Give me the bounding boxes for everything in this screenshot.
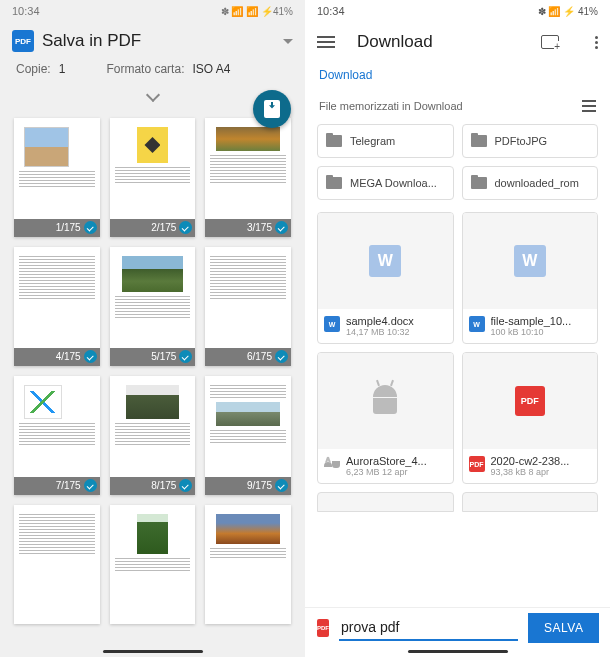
filename-bar: PDF SALVA — [305, 607, 610, 647]
apk-icon — [369, 385, 401, 417]
page-thumb-10[interactable] — [14, 505, 100, 624]
status-bar: 10:34 ✽ 📶 ⚡ 41% — [305, 0, 610, 22]
word-icon: W — [514, 245, 546, 277]
page-thumb-3[interactable]: 3/175 — [205, 118, 291, 237]
folder-icon — [471, 135, 487, 147]
more-icon[interactable] — [595, 36, 598, 49]
home-indicator[interactable] — [408, 650, 508, 653]
check-icon[interactable] — [84, 221, 97, 234]
check-icon[interactable] — [179, 350, 192, 363]
pdf-icon: PDF — [515, 386, 545, 416]
paper-value[interactable]: ISO A4 — [192, 62, 230, 76]
file-picker-screen: 10:34 ✽ 📶 ⚡ 41% Download Download File m… — [305, 0, 610, 657]
check-icon[interactable] — [179, 479, 192, 492]
check-icon[interactable] — [84, 350, 97, 363]
file-item[interactable]: PDF PDF2020-cw2-238...93,38 kB 8 apr — [462, 352, 599, 484]
section-header: File memorizzati in Download — [305, 92, 610, 120]
save-button[interactable]: SALVA — [528, 613, 599, 643]
pdf-type-icon: PDF — [317, 619, 329, 637]
dropdown-icon — [283, 39, 293, 44]
nav-bar — [305, 647, 610, 657]
file-item-partial[interactable] — [317, 492, 454, 512]
status-bar: 10:34 ✽ 📶 📶 ⚡41% — [0, 0, 305, 22]
section-label: File memorizzati in Download — [319, 100, 463, 112]
folder-item[interactable]: MEGA Downloa... — [317, 166, 454, 200]
printer-select: Salva in PDF — [42, 31, 283, 51]
page-thumb-4[interactable]: 4/175 — [14, 247, 100, 366]
file-item[interactable]: AuroraStore_4...6,23 MB 12 apr — [317, 352, 454, 484]
new-folder-icon[interactable] — [541, 35, 559, 49]
check-icon[interactable] — [275, 479, 288, 492]
apk-badge-icon — [324, 456, 340, 472]
page-thumb-9[interactable]: 9/175 — [205, 376, 291, 495]
file-picker-header: Download — [305, 22, 610, 62]
page-thumb-8[interactable]: 8/175 — [110, 376, 196, 495]
folder-item[interactable]: PDFtoJPG — [462, 124, 599, 158]
page-thumb-5[interactable]: 5/175 — [110, 247, 196, 366]
status-time: 10:34 — [317, 5, 345, 17]
file-item[interactable]: W Wsample4.docx14,17 MB 10:32 — [317, 212, 454, 344]
copies-value[interactable]: 1 — [59, 62, 66, 76]
status-icons: ✽ 📶 📶 ⚡41% — [221, 6, 293, 17]
folder-item[interactable]: Telegram — [317, 124, 454, 158]
file-grid: W Wsample4.docx14,17 MB 10:32 W Wfile-sa… — [305, 204, 610, 520]
print-preview-screen: 10:34 ✽ 📶 📶 ⚡41% PDF Salva in PDF Copie:… — [0, 0, 305, 657]
copies-label: Copie: — [16, 62, 51, 76]
print-header[interactable]: PDF Salva in PDF — [0, 22, 305, 58]
page-thumbnails: 1/175 2/175 3/175 4/175 5/175 6/175 7/17… — [0, 110, 305, 632]
page-thumb-11[interactable] — [110, 505, 196, 624]
picker-title: Download — [357, 32, 519, 52]
page-thumb-6[interactable]: 6/175 — [205, 247, 291, 366]
folder-icon — [471, 177, 487, 189]
word-badge-icon: W — [324, 316, 340, 332]
page-thumb-1[interactable]: 1/175 — [14, 118, 100, 237]
menu-icon[interactable] — [317, 36, 335, 48]
file-item[interactable]: W Wfile-sample_10...100 kB 10:10 — [462, 212, 599, 344]
page-thumb-12[interactable] — [205, 505, 291, 624]
breadcrumb[interactable]: Download — [305, 62, 610, 92]
download-pdf-icon — [264, 100, 280, 118]
word-icon: W — [369, 245, 401, 277]
check-icon[interactable] — [275, 350, 288, 363]
folder-icon — [326, 135, 342, 147]
page-thumb-2[interactable]: 2/175 — [110, 118, 196, 237]
check-icon[interactable] — [84, 479, 97, 492]
folder-grid: Telegram PDFtoJPG MEGA Downloa... downlo… — [305, 120, 610, 204]
pdf-badge-icon: PDF — [469, 456, 485, 472]
print-settings: Copie: 1 Formato carta: ISO A4 — [0, 58, 305, 84]
check-icon[interactable] — [179, 221, 192, 234]
check-icon[interactable] — [275, 221, 288, 234]
home-indicator[interactable] — [103, 650, 203, 653]
folder-item[interactable]: downloaded_rom — [462, 166, 599, 200]
status-icons: ✽ 📶 ⚡ 41% — [538, 6, 598, 17]
save-pdf-fab[interactable] — [253, 90, 291, 128]
folder-icon — [326, 177, 342, 189]
nav-bar — [0, 647, 305, 657]
word-badge-icon: W — [469, 316, 485, 332]
filename-input[interactable] — [339, 615, 518, 641]
status-time: 10:34 — [12, 5, 40, 17]
view-toggle-icon[interactable] — [582, 100, 596, 112]
page-thumb-7[interactable]: 7/175 — [14, 376, 100, 495]
paper-label: Formato carta: — [106, 62, 184, 76]
file-item-partial[interactable] — [462, 492, 599, 512]
chevron-down-icon — [145, 88, 159, 102]
pdf-app-icon: PDF — [12, 30, 34, 52]
